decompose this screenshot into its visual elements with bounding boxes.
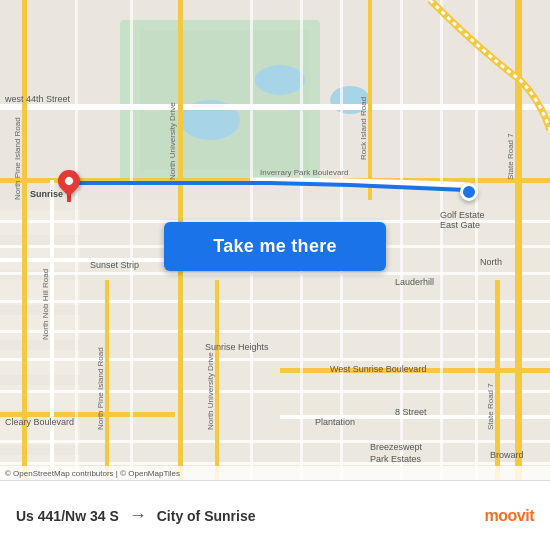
svg-rect-26 (0, 358, 550, 361)
arrow-icon: → (129, 505, 147, 526)
svg-text:North University Drive: North University Drive (206, 352, 215, 430)
svg-rect-44 (475, 0, 478, 480)
svg-text:North Pine Island Road: North Pine Island Road (13, 117, 22, 200)
svg-text:State Road 7: State Road 7 (506, 133, 515, 180)
svg-rect-45 (75, 0, 78, 480)
svg-text:West Sunrise Boulevard: West Sunrise Boulevard (330, 364, 426, 374)
destination-marker (460, 183, 478, 201)
svg-text:Golf Estate: Golf Estate (440, 210, 485, 220)
svg-rect-15 (0, 104, 550, 110)
svg-rect-8 (0, 245, 80, 270)
svg-text:8 Street: 8 Street (395, 407, 427, 417)
svg-text:Broward: Broward (490, 450, 524, 460)
take-me-there-label: Take me there (213, 236, 337, 257)
svg-rect-27 (0, 390, 550, 393)
svg-text:Park Estates: Park Estates (370, 454, 422, 464)
svg-rect-38 (130, 0, 133, 480)
svg-rect-25 (0, 330, 550, 333)
svg-rect-12 (0, 385, 80, 410)
svg-text:west 44th Street: west 44th Street (4, 94, 71, 104)
svg-text:State Road 7: State Road 7 (486, 383, 495, 430)
svg-text:© OpenStreetMap contributors |: © OpenStreetMap contributors | © OpenMap… (5, 469, 180, 478)
svg-text:Breezeswept: Breezeswept (370, 442, 423, 452)
svg-text:Sunrise Heights: Sunrise Heights (205, 342, 269, 352)
svg-rect-30 (22, 0, 27, 480)
svg-text:Cleary Boulevard: Cleary Boulevard (5, 417, 74, 427)
origin-marker (58, 170, 80, 200)
take-me-there-button[interactable]: Take me there (164, 222, 386, 271)
svg-point-4 (255, 65, 305, 95)
map-container: west 44th Street Sunrise Sunset Strip Su… (0, 0, 550, 480)
svg-text:Plantation: Plantation (315, 417, 355, 427)
svg-rect-29 (0, 462, 550, 465)
moovit-logo: moovit (485, 507, 534, 525)
svg-text:East Gate: East Gate (440, 220, 480, 230)
svg-rect-23 (0, 272, 550, 275)
svg-text:Lauderhill: Lauderhill (395, 277, 434, 287)
svg-text:North: North (480, 257, 502, 267)
svg-rect-24 (0, 300, 550, 303)
svg-rect-10 (0, 315, 80, 340)
bottom-bar: Us 441/Nw 34 S → City of Sunrise moovit (0, 480, 550, 550)
route-to: City of Sunrise (157, 508, 256, 524)
route-from: Us 441/Nw 34 S (16, 508, 119, 524)
svg-text:Inverrary Park Boulevard: Inverrary Park Boulevard (260, 168, 348, 177)
svg-rect-34 (50, 180, 54, 480)
svg-text:Rock Island Road: Rock Island Road (359, 97, 368, 160)
svg-rect-33 (515, 0, 522, 480)
svg-rect-2 (140, 30, 310, 170)
svg-rect-32 (368, 0, 372, 200)
svg-rect-28 (0, 440, 550, 443)
svg-text:Sunset Strip: Sunset Strip (90, 260, 139, 270)
svg-rect-36 (215, 280, 219, 480)
svg-rect-43 (440, 0, 443, 480)
svg-text:North Pine Island Road: North Pine Island Road (96, 347, 105, 430)
svg-text:North University Drive: North University Drive (168, 102, 177, 180)
moovit-brand: moovit (485, 507, 534, 525)
svg-rect-11 (0, 350, 80, 375)
svg-text:North Nob Hill Road: North Nob Hill Road (41, 269, 50, 340)
svg-rect-35 (105, 280, 109, 480)
